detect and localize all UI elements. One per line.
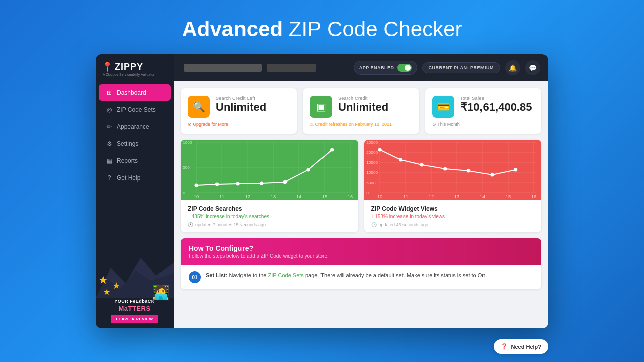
topbar-actions: APP ENABLED CURRENT PLAN: PREMIUM 🔔 💬 xyxy=(354,60,540,75)
chart-updated-1: 🕐updated 46 seconds ago xyxy=(371,222,535,227)
sidebar-item-settings[interactable]: ⚙Settings xyxy=(99,136,171,152)
svg-point-62 xyxy=(467,169,470,172)
svg-text:0: 0 xyxy=(183,191,185,195)
current-plan-badge: CURRENT PLAN: PREMIUM xyxy=(422,62,501,73)
svg-text:20000: 20000 xyxy=(366,150,378,155)
sidebar-logo: 📍 ZIPPY A Zipcode Serviceability Validat… xyxy=(96,54,174,80)
sidebar-item-appearance[interactable]: ✏Appearance xyxy=(99,119,171,135)
main-content: Welcome back, APP ENABLED CURRENT PLAN: … xyxy=(174,54,548,328)
feedback-matters: MaTTERS xyxy=(118,305,150,312)
sidebar-item-get-help[interactable]: ?Get Help xyxy=(99,170,171,186)
clock-icon: 🕐 xyxy=(371,222,377,227)
svg-text:15000: 15000 xyxy=(366,160,378,165)
stat-icon-0: 🔍 xyxy=(188,96,210,118)
stat-label-0: Search Credit Left xyxy=(216,96,290,101)
person-illustration: 🧑‍💻 xyxy=(152,284,170,301)
nav-label: Reports xyxy=(117,157,138,164)
chart-info-1: ZIP Code Widget Views ↑ 153% increase in… xyxy=(364,200,542,232)
svg-text:500: 500 xyxy=(183,165,190,170)
nav-icon: ▦ xyxy=(106,157,113,164)
charts-row: 1000500010111213141516 ZIP Code Searches… xyxy=(181,140,541,232)
svg-text:11: 11 xyxy=(219,194,224,199)
chart-svg-1: 250002000015000100005000010111213141516 xyxy=(364,140,542,200)
nav-icon: ✏ xyxy=(106,123,113,130)
svg-text:13: 13 xyxy=(454,194,459,199)
svg-point-27 xyxy=(236,182,239,185)
username-placeholder xyxy=(267,64,316,72)
feedback-leave-review-button[interactable]: LEAVE A REVIEW xyxy=(111,315,158,323)
logo-icon: 📍 xyxy=(102,61,113,72)
svg-point-63 xyxy=(490,173,493,176)
svg-text:★: ★ xyxy=(98,274,108,286)
toggle-switch[interactable] xyxy=(397,64,412,72)
svg-point-26 xyxy=(215,183,218,186)
chart-svg-0: 1000500010111213141516 xyxy=(181,140,358,200)
configure-step-1: 01 Set List: Navigate to the ZIP Code Se… xyxy=(189,271,533,283)
stat-footer-1: ⚠ Credit refreshes on February 18, 2021 xyxy=(310,122,412,127)
stat-info-1: Search Credit Unlimited xyxy=(338,96,412,114)
stat-label-1: Search Credit xyxy=(338,96,412,101)
svg-point-60 xyxy=(420,163,423,166)
svg-point-61 xyxy=(443,167,446,170)
chart-stat-0: ↑ 435% increase in today's searches xyxy=(188,214,351,219)
nav-label: Dashboard xyxy=(117,89,146,96)
app-enabled-toggle[interactable]: APP ENABLED xyxy=(354,61,417,75)
svg-point-25 xyxy=(195,184,198,187)
page-title: Advanced ZIP Code Checker xyxy=(182,0,462,54)
svg-text:12: 12 xyxy=(245,194,250,199)
step-number-1: 01 xyxy=(189,271,201,283)
topbar-welcome: Welcome back, xyxy=(182,64,316,72)
svg-text:★: ★ xyxy=(112,281,120,291)
svg-text:14: 14 xyxy=(479,194,485,199)
stat-value-0: Unlimited xyxy=(216,101,290,114)
stars-illustration: ★ ★ ★ xyxy=(98,258,123,301)
chart-title-1: ZIP Code Widget Views xyxy=(371,205,535,212)
title-bold: Advanced xyxy=(182,17,283,41)
svg-text:12: 12 xyxy=(428,194,433,199)
nav-icon: ◎ xyxy=(106,106,113,113)
feedback-your: YOUR FeEdbaCK xyxy=(114,299,155,305)
nav-icon: ⚙ xyxy=(106,140,113,147)
svg-text:11: 11 xyxy=(403,194,408,199)
sidebar-item-zip-code-sets[interactable]: ◎ZIP Code Sets xyxy=(99,102,171,118)
nav-icon: ? xyxy=(106,174,113,182)
zip-code-sets-link[interactable]: ZIP Code Sets xyxy=(268,272,304,278)
stat-info-2: Total Sales ₹10,61,400.85 xyxy=(460,96,534,114)
chart-area-0: 1000500010111213141516 xyxy=(181,140,358,200)
sidebar: 📍 ZIPPY A Zipcode Serviceability Validat… xyxy=(96,54,174,328)
configure-card: How To Configure? Follow the steps below… xyxy=(181,238,541,289)
stat-label-2: Total Sales xyxy=(460,96,534,101)
nav-icon: ⊞ xyxy=(106,89,113,96)
svg-text:5000: 5000 xyxy=(366,180,376,185)
svg-text:10: 10 xyxy=(194,194,199,199)
feedback-content: YOUR FeEdbaCK MaTTERS LEAVE A REVIEW xyxy=(96,299,174,323)
configure-subtitle: Follow the steps below to add a ZIP Code… xyxy=(189,253,533,259)
svg-text:25000: 25000 xyxy=(366,140,378,145)
svg-point-59 xyxy=(399,158,402,161)
svg-text:10000: 10000 xyxy=(366,170,378,175)
configure-header: How To Configure? Follow the steps below… xyxy=(181,238,541,265)
messages-button[interactable]: 💬 xyxy=(525,60,540,75)
svg-text:1000: 1000 xyxy=(183,140,192,145)
sidebar-item-dashboard[interactable]: ⊞Dashboard xyxy=(99,84,171,101)
stat-footer-2: ⊙ This Month xyxy=(432,122,534,127)
chart-area-1: 250002000015000100005000010111213141516 xyxy=(364,140,542,200)
notifications-button[interactable]: 🔔 xyxy=(505,60,520,75)
need-help-button[interactable]: ❓ Need Help? xyxy=(494,339,548,354)
sidebar-item-reports[interactable]: ▦Reports xyxy=(99,153,171,169)
step-text-1: Set List: Navigate to the ZIP Code Sets … xyxy=(206,271,487,280)
nav-label: Appearance xyxy=(117,123,149,130)
svg-text:16: 16 xyxy=(531,194,536,199)
svg-point-29 xyxy=(283,180,286,184)
svg-text:15: 15 xyxy=(505,194,510,199)
nav-label: Settings xyxy=(117,140,138,147)
chart-stat-1: ↑ 153% increase in today's views xyxy=(371,214,535,219)
chart-updated-0: 🕐updated 7 minutes 15 seconds ago xyxy=(188,222,351,227)
logo-sub: A Zipcode Serviceability Validator xyxy=(102,73,154,76)
svg-point-28 xyxy=(260,182,263,185)
topbar: Welcome back, APP ENABLED CURRENT PLAN: … xyxy=(174,54,548,81)
stat-card-1: ▣ Search Credit Unlimited ⚠ Credit refre… xyxy=(303,88,419,134)
logo-text: ZIPPY xyxy=(115,62,143,72)
svg-text:0: 0 xyxy=(366,191,369,195)
app-shell: 📍 ZIPPY A Zipcode Serviceability Validat… xyxy=(96,54,548,328)
